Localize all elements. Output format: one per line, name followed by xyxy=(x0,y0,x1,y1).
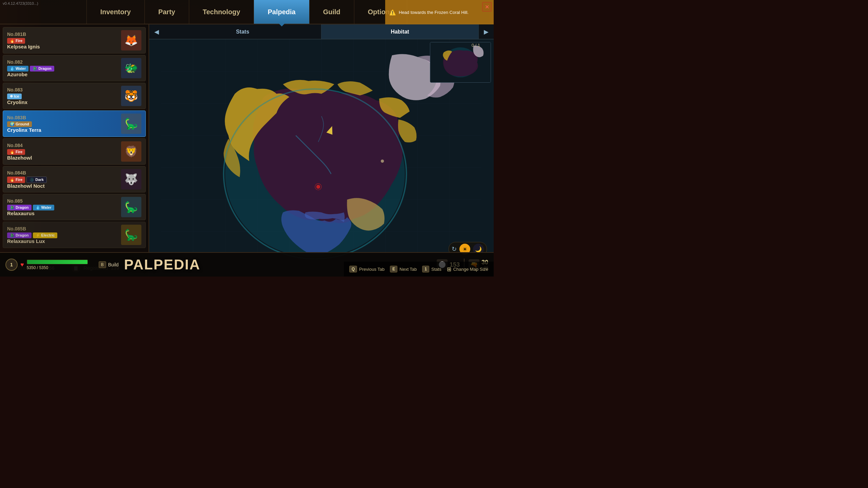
pal-portrait: 🦁 xyxy=(121,141,141,162)
palpedia-title: PALPEDIA xyxy=(124,257,200,273)
prev-tab-label: Previous Tab xyxy=(359,267,384,272)
stats-key: 1 xyxy=(422,266,429,272)
player-status: 1 ♥ 5350 / 5350 xyxy=(5,259,88,271)
tab-stats[interactable]: Stats xyxy=(164,24,321,39)
tab-technology[interactable]: Technology xyxy=(189,0,254,24)
shortcut-next-tab: E Next Tab xyxy=(390,266,417,272)
pal-portrait: 🐯 xyxy=(121,86,141,106)
list-item[interactable]: No.084 🔥 Fire Blazehowl 🦁 xyxy=(3,138,146,165)
quest-bar: ⚠️ Head towards the Frozen Coral Hill. xyxy=(385,0,494,24)
list-item[interactable]: No.084B 🔥 Fire 🌑 Dark Blazehowl Noct 🐺 xyxy=(3,166,146,192)
hp-bar-container: 5350 / 5350 xyxy=(27,260,88,270)
quest-text: Head towards the Frozen Coral Hill. xyxy=(399,10,469,15)
stats-label: Stats xyxy=(431,267,441,272)
next-tab-label: Next Tab xyxy=(399,267,417,272)
tab-party[interactable]: Party xyxy=(145,0,189,24)
player-level: 1 xyxy=(5,259,18,271)
pal-portrait: 🦕 xyxy=(121,225,141,245)
pal-list: No.081B 🔥 Fire Kelpsea Ignis 🦊 No.082 💧 … xyxy=(0,24,149,259)
bottom-left-hud: 1 ♥ 5350 / 5350 B Build PALPEDIA xyxy=(5,257,200,273)
list-item[interactable]: No.083 ❄ Ice Cryolinx 🐯 xyxy=(3,83,146,109)
build-label: Build xyxy=(108,262,119,267)
type-badge-dragon: 🐉 Dragon xyxy=(7,205,32,210)
type-badge-dragon: 🐉 Dragon xyxy=(30,66,54,72)
svg-point-22 xyxy=(381,160,384,163)
tab-guild[interactable]: Guild xyxy=(310,0,354,24)
view-next-button[interactable]: ▶ xyxy=(479,24,494,39)
main-layout: No.081B 🔥 Fire Kelpsea Ignis 🦊 No.082 💧 … xyxy=(0,24,494,277)
shortcut-stats: 1 Stats xyxy=(422,266,441,272)
list-item[interactable]: No.085 🐉 Dragon 💧 Water Relaxaurus 🦕 xyxy=(3,194,146,220)
map-area: 0 / 1 ↻ ☀ 🌙 xyxy=(149,39,494,277)
shortcut-map-size: ⊞ Change Map Size xyxy=(447,266,488,272)
type-badge-water: 💧 Water xyxy=(33,205,54,210)
hp-text: 5350 / 5350 xyxy=(27,265,88,270)
list-item[interactable]: No.081B 🔥 Fire Kelpsea Ignis 🦊 xyxy=(3,27,146,54)
svg-point-18 xyxy=(316,185,320,188)
refresh-icon[interactable]: ↻ xyxy=(452,245,457,253)
pal-portrait: 🐺 xyxy=(121,169,141,189)
type-badge-fire: 🔥 Fire xyxy=(7,149,25,155)
hp-fill xyxy=(27,260,87,264)
pal-portrait: 🦕 xyxy=(121,197,141,217)
list-item[interactable]: No.083B 🌍 Ground Cryolinx Terra 🦕 xyxy=(3,110,146,137)
type-badge-electric: ⚡ Electric xyxy=(33,232,58,238)
type-badge-fire: 🔥 Fire xyxy=(7,177,25,183)
health-icon: ♥ xyxy=(20,261,24,268)
hp-bar xyxy=(27,260,88,264)
tab-palpedia[interactable]: Palpedia xyxy=(254,0,309,24)
list-item[interactable]: No.082 💧 Water 🐉 Dragon Azurobe 🐲 xyxy=(3,55,146,81)
left-panel: No.081B 🔥 Fire Kelpsea Ignis 🦊 No.082 💧 … xyxy=(0,24,149,277)
type-badge-fire: 🔥 Fire xyxy=(7,38,25,44)
type-badge-ice: ❄ Ice xyxy=(7,94,22,99)
type-badge-water: 💧 Water xyxy=(7,66,28,72)
counter-badge: 0 / 1 xyxy=(472,43,480,48)
pal-portrait: 🦊 xyxy=(121,30,141,50)
view-prev-button[interactable]: ◀ xyxy=(149,24,164,39)
list-item[interactable]: No.085B 🐉 Dragon ⚡ Electric Relaxaurus L… xyxy=(3,222,146,248)
type-badge-dark: 🌑 Dark xyxy=(26,177,47,183)
view-tabs: ◀ Stats Habitat ▶ xyxy=(149,24,494,39)
map-size-label: Change Map Size xyxy=(453,267,488,272)
pal-portrait: 🐲 xyxy=(121,58,141,78)
shortcut-prev-tab: Q Previous Tab xyxy=(349,266,384,272)
shortcut-bar: Q Previous Tab E Next Tab 1 Stats ⊞ Chan… xyxy=(344,262,494,277)
nav-tabs: Inventory Party Technology Palpedia Guil… xyxy=(86,0,408,24)
map-size-icon: ⊞ xyxy=(447,266,451,272)
next-tab-key: E xyxy=(390,266,397,272)
close-button[interactable]: ✕ xyxy=(482,2,492,12)
right-panel: ◀ Stats Habitat ▶ xyxy=(149,24,494,277)
mini-map xyxy=(430,42,491,83)
version-text: v0.4.12.4723(3310...) xyxy=(3,1,38,5)
prev-tab-key: Q xyxy=(349,266,357,272)
build-key-badge: B xyxy=(99,261,106,268)
map-canvas: 0 / 1 ↻ ☀ 🌙 xyxy=(149,39,494,277)
pal-portrait: 🦕 xyxy=(121,114,141,134)
tab-inventory[interactable]: Inventory xyxy=(86,0,145,24)
type-badge-ground: 🌍 Ground xyxy=(7,121,32,127)
type-badge-dragon: 🐉 Dragon xyxy=(7,232,32,238)
tab-habitat[interactable]: Habitat xyxy=(321,24,479,39)
